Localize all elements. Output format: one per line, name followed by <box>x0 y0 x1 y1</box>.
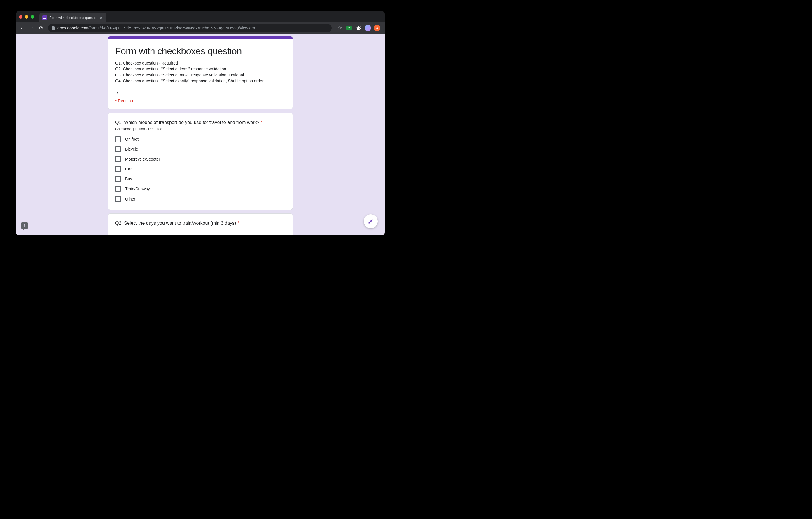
checkbox-option: Train/Subway <box>115 186 286 192</box>
question-title: Q2. Select the days you want to train/wo… <box>115 221 286 226</box>
option-label[interactable]: Train/Subway <box>125 187 150 191</box>
required-star: * <box>261 120 262 125</box>
back-button[interactable]: ← <box>18 24 27 32</box>
tab-close-button[interactable]: ✕ <box>99 16 104 20</box>
browser-window: Form with checkboxes questio ✕ + ← → ⟳ d… <box>16 11 385 235</box>
desc-line: Q4. Checkbox question - "Select exactly"… <box>115 78 286 84</box>
lock-icon <box>52 26 55 30</box>
option-label[interactable]: Bus <box>125 176 132 181</box>
report-problem-button[interactable] <box>21 222 28 229</box>
option-label[interactable]: Car <box>125 167 132 171</box>
checkbox-input[interactable] <box>115 176 121 182</box>
browser-tab[interactable]: Form with checkboxes questio ✕ <box>39 13 107 23</box>
question-subtitle: Checkbox question - Required <box>115 127 286 131</box>
desc-line: Q1. Checkbox question - Required <box>115 60 286 66</box>
checkbox-input[interactable] <box>115 196 121 202</box>
form-description: Q1. Checkbox question - Required Q2. Che… <box>115 60 286 95</box>
tab-title: Form with checkboxes questio <box>49 16 96 20</box>
extension-badge-icon[interactable] <box>374 25 381 31</box>
checkbox-option-other: Other: <box>115 196 286 202</box>
bookmark-star-icon[interactable] <box>336 25 343 31</box>
checkbox-input[interactable] <box>115 186 121 192</box>
window-close-button[interactable] <box>19 15 23 19</box>
forward-button[interactable]: → <box>28 24 36 32</box>
desc-line: Q3. Checkbox question - "Select at most"… <box>115 72 286 78</box>
required-note: * Required <box>115 99 286 103</box>
checkbox-option: Motorcycle/Scooter <box>115 156 286 162</box>
edit-form-fab[interactable] <box>364 214 378 228</box>
browser-toolbar: ← → ⟳ docs.google.com/forms/d/e/1FAIpQLS… <box>16 23 385 33</box>
checkbox-option: Bicycle <box>115 146 286 152</box>
option-label[interactable]: Bicycle <box>125 147 138 152</box>
pencil-icon <box>368 218 374 224</box>
question-card-q1: Q1. Which modes of transport do you use … <box>108 113 293 210</box>
other-text-input[interactable] <box>141 196 286 202</box>
checkbox-input[interactable] <box>115 146 121 152</box>
form-container: Form with checkboxes question Q1. Checkb… <box>108 33 293 235</box>
window-controls <box>19 15 39 19</box>
form-title: Form with checkboxes question <box>115 46 286 57</box>
mail-extension-icon[interactable] <box>346 25 353 31</box>
option-label[interactable]: Motorcycle/Scooter <box>125 157 160 161</box>
question-title: Q1. Which modes of transport do you use … <box>115 120 286 125</box>
question-card-q2: Q2. Select the days you want to train/wo… <box>108 213 293 235</box>
form-header-card: Form with checkboxes question Q1. Checkb… <box>108 36 293 109</box>
checkbox-option: Bus <box>115 176 286 182</box>
extensions-icon[interactable] <box>355 25 362 31</box>
window-minimize-button[interactable] <box>25 15 28 19</box>
checkbox-input[interactable] <box>115 136 121 142</box>
profile-avatar[interactable] <box>364 25 371 31</box>
required-star: * <box>237 221 239 226</box>
option-label-other[interactable]: Other: <box>125 197 137 201</box>
tab-bar: Form with checkboxes questio ✕ + <box>16 11 385 23</box>
checkbox-option: Car <box>115 166 286 172</box>
checkbox-option: On foot <box>115 136 286 142</box>
new-tab-button[interactable]: + <box>107 14 117 20</box>
reload-button[interactable]: ⟳ <box>37 24 45 32</box>
checkbox-input[interactable] <box>115 166 121 172</box>
address-bar[interactable]: docs.google.com/forms/d/e/1FAIpQLSdY_h5y… <box>48 24 331 32</box>
toolbar-actions <box>335 25 382 31</box>
page-viewport: Form with checkboxes question Q1. Checkb… <box>16 33 385 235</box>
checkbox-input[interactable] <box>115 156 121 162</box>
option-label[interactable]: On foot <box>125 137 139 142</box>
url-text: docs.google.com/forms/d/e/1FAIpQLSdY_h5y… <box>57 26 328 30</box>
window-maximize-button[interactable] <box>31 15 34 19</box>
desc-footer: -x- <box>115 90 286 95</box>
desc-line: Q2. Checkbox question - "Select at least… <box>115 66 286 72</box>
forms-favicon-icon <box>42 16 47 20</box>
